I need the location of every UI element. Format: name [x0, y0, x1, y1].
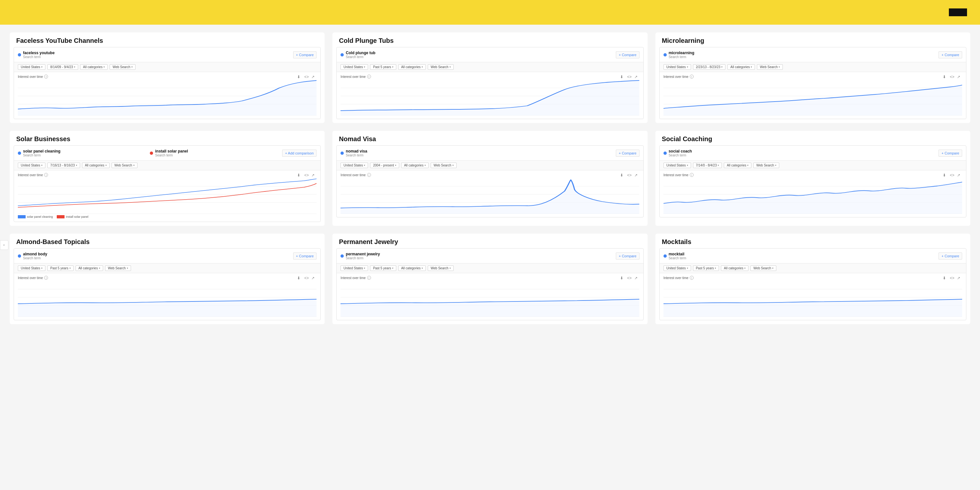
filter-chip[interactable]: United States	[663, 163, 691, 168]
filter-bar: United States7/16/13 - 8/16/23All catego…	[14, 161, 320, 170]
card-faceless-youtube: Faceless YouTube Channels faceless youtu…	[10, 32, 325, 123]
download-icon[interactable]: ⬇	[297, 276, 302, 281]
code-icon[interactable]: <>	[950, 276, 955, 281]
share-icon[interactable]: ↗	[634, 173, 640, 178]
filter-chip[interactable]: Web Search	[753, 163, 779, 168]
filter-chip[interactable]: Web Search	[111, 163, 137, 168]
filter-chip[interactable]: United States	[340, 163, 368, 168]
filter-chip[interactable]: All categories	[80, 64, 108, 70]
code-icon[interactable]: <>	[304, 173, 309, 178]
download-icon[interactable]: ⬇	[297, 173, 302, 178]
filter-chip[interactable]: Web Search	[428, 64, 454, 70]
filter-chip[interactable]: Past 5 years	[370, 64, 396, 70]
download-icon[interactable]: ⬇	[297, 75, 302, 80]
filter-chip[interactable]: Past 5 years	[47, 265, 73, 271]
chart-area: Interest over time i ⬇ <> ↗	[337, 170, 643, 217]
filter-bar: United StatesPast 5 yearsAll categoriesW…	[660, 263, 966, 273]
filter-chip[interactable]: All categories	[398, 265, 426, 271]
filter-chip[interactable]: United States	[340, 64, 368, 70]
main-content: Faceless YouTube Channels faceless youtu…	[0, 25, 980, 337]
term-label: permanent jewelry	[346, 252, 380, 256]
code-icon[interactable]: <>	[627, 276, 632, 281]
filter-chip[interactable]: United States	[18, 64, 45, 70]
download-icon[interactable]: ⬇	[620, 173, 625, 178]
side-arrow[interactable]: ›	[0, 240, 8, 250]
compare-button[interactable]: + Compare	[939, 150, 962, 157]
compare-button[interactable]: + Compare	[939, 51, 962, 58]
filter-chip[interactable]: All categories	[401, 163, 429, 168]
filter-chip[interactable]: Web Search	[757, 64, 783, 70]
compare-button[interactable]: + Compare	[616, 252, 640, 260]
share-icon[interactable]: ↗	[957, 276, 962, 281]
code-icon[interactable]: <>	[950, 75, 955, 80]
filter-chip[interactable]: United States	[663, 265, 691, 271]
chart-label: Interest over time i	[18, 75, 317, 78]
filter-chip[interactable]: 7/14/0 - 8/4/23	[693, 163, 722, 168]
filter-chip[interactable]: 2004 - present	[370, 163, 399, 168]
filter-bar: United States2/23/13 - 8/23/23All catego…	[660, 62, 966, 72]
blue-dot	[340, 254, 344, 258]
term-label: faceless youtube	[23, 51, 54, 55]
share-icon[interactable]: ↗	[957, 173, 962, 178]
code-icon[interactable]: <>	[304, 75, 309, 80]
filter-chip[interactable]: United States	[18, 163, 45, 168]
term1: almond body Search term	[18, 252, 291, 260]
term1: faceless youtube Search term	[18, 51, 291, 59]
filter-chip[interactable]: All categories	[398, 64, 426, 70]
compare-button[interactable]: + Compare	[939, 252, 962, 260]
filter-chip[interactable]: All categories	[727, 64, 755, 70]
chart-actions: ⬇ <> ↗	[620, 75, 640, 80]
filter-chip[interactable]: All categories	[82, 163, 110, 168]
card-inner: social coach Search term + Compare Unite…	[659, 145, 966, 217]
filter-chip[interactable]: Web Search	[105, 265, 131, 271]
code-icon[interactable]: <>	[950, 173, 955, 178]
filter-chip[interactable]: 2/23/13 - 8/23/23	[693, 64, 726, 70]
info-icon: i	[690, 173, 694, 177]
term-type: Search term	[669, 256, 686, 260]
filter-chip[interactable]: United States	[663, 64, 691, 70]
filter-chip[interactable]: 7/16/13 - 8/16/23	[47, 163, 80, 168]
filter-chip[interactable]: All categories	[76, 265, 103, 271]
download-icon[interactable]: ⬇	[943, 276, 948, 281]
download-icon[interactable]: ⬇	[620, 276, 625, 281]
add-comparison-button[interactable]: + Add comparison	[282, 150, 317, 157]
card-title: Faceless YouTube Channels	[10, 32, 325, 47]
filter-chip[interactable]: All categories	[721, 265, 748, 271]
share-icon[interactable]: ↗	[311, 173, 317, 178]
compare-button[interactable]: + Compare	[616, 150, 640, 157]
filter-chip[interactable]: All categories	[724, 163, 751, 168]
blue-dot	[663, 254, 667, 258]
chart-area: Interest over time i ⬇ <> ↗	[14, 72, 320, 119]
chart-area: Interest over time i ⬇ <> ↗	[660, 72, 966, 119]
filter-chip[interactable]: Web Search	[110, 64, 135, 70]
filter-chip[interactable]: Past 5 years	[693, 265, 719, 271]
compare-button[interactable]: + Compare	[616, 51, 640, 58]
download-icon[interactable]: ⬇	[943, 75, 948, 80]
download-icon[interactable]: ⬇	[943, 173, 948, 178]
filter-chip[interactable]: United States	[340, 265, 368, 271]
download-icon[interactable]: ⬇	[620, 75, 625, 80]
compare-button[interactable]: + Compare	[293, 51, 317, 58]
code-icon[interactable]: <>	[627, 75, 632, 80]
code-icon[interactable]: <>	[627, 173, 632, 178]
filter-chip[interactable]: Web Search	[750, 265, 776, 271]
logout-button[interactable]	[949, 8, 967, 16]
filter-chip[interactable]: United States	[18, 265, 45, 271]
code-icon[interactable]: <>	[304, 276, 309, 281]
share-icon[interactable]: ↗	[957, 75, 962, 80]
share-icon[interactable]: ↗	[634, 276, 640, 281]
filter-chip[interactable]: Web Search	[431, 163, 457, 168]
share-icon[interactable]: ↗	[311, 276, 317, 281]
filter-chip[interactable]: Web Search	[428, 265, 454, 271]
navbar	[0, 0, 980, 25]
info-icon: i	[44, 75, 48, 78]
term-label: mocktail	[669, 252, 686, 256]
filter-chip[interactable]: Past 5 years	[370, 265, 396, 271]
chart-actions: ⬇ <> ↗	[943, 276, 962, 281]
share-icon[interactable]: ↗	[311, 75, 317, 80]
filter-bar: United StatesPast 5 yearsAll categoriesW…	[14, 263, 320, 273]
compare-button[interactable]: + Compare	[293, 252, 317, 260]
filter-chip[interactable]: 8/14/09 - 9/4/23	[47, 64, 78, 70]
cards-grid: Faceless YouTube Channels faceless youtu…	[10, 32, 970, 324]
share-icon[interactable]: ↗	[634, 75, 640, 80]
